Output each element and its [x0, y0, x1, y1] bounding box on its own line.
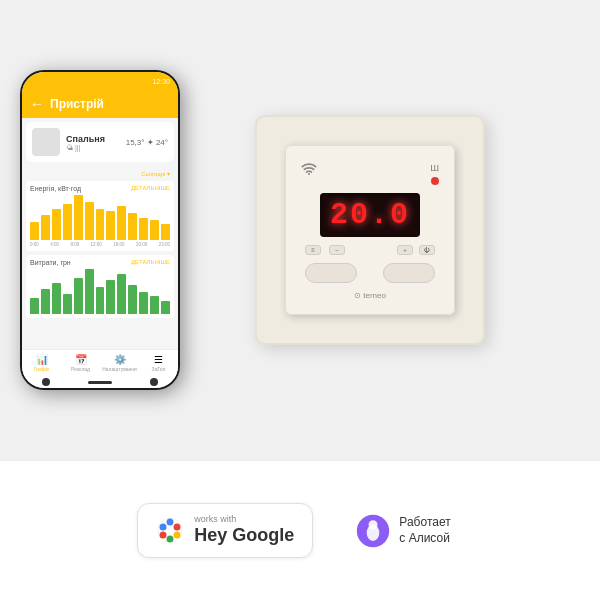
alice-badge: Работает с Алисой	[343, 505, 462, 557]
header-title: Пристрій	[50, 97, 104, 111]
bar-item	[161, 301, 170, 315]
bottom-section: works with Hey Google Работает с Алисой	[0, 460, 600, 600]
menu-button[interactable]: ≡	[305, 245, 321, 255]
display-temperature: 20.0	[330, 198, 410, 232]
bar-item	[139, 218, 148, 241]
chart-nav-icon: 📊	[36, 354, 48, 365]
x-label: 8:00	[70, 242, 79, 247]
costs-chart-title: Витрати, грн ДЕТАЛЬНІШЕ	[30, 259, 170, 266]
device-name: Спальня	[66, 134, 120, 144]
phone-status-bar: 12:30	[22, 72, 178, 90]
thermostat-brand: ⊙ terneo	[354, 291, 386, 300]
thermo-bottom	[297, 263, 443, 283]
svg-point-3	[174, 524, 181, 531]
display-screen: 20.0	[320, 193, 420, 237]
svg-point-5	[167, 536, 174, 543]
heating-icons: ш	[430, 161, 439, 185]
plus-button[interactable]: +	[397, 245, 413, 255]
bar-item	[139, 292, 148, 315]
bar-item	[85, 269, 94, 314]
bar-item	[41, 289, 50, 314]
bar-item	[63, 204, 72, 240]
x-label: 23:00	[159, 242, 170, 247]
x-label: 0:00	[30, 242, 39, 247]
nav-item-more[interactable]: ☰ ЗаГол	[139, 354, 178, 372]
x-label: 4:00	[50, 242, 59, 247]
wifi-icon	[301, 161, 317, 178]
phone-home-bar	[22, 376, 178, 388]
ctrl-group-left: ≡ −	[305, 245, 345, 255]
status-time: 12:30	[152, 78, 170, 85]
rabotaet-label: Работает	[399, 515, 450, 531]
top-section: 12:30 ← Пристрій Спальня 🌤 |||	[0, 0, 600, 460]
minus-button[interactable]: −	[329, 245, 345, 255]
thermo-btn-left[interactable]	[305, 263, 357, 283]
ctrl-group-right: + ⏻	[397, 245, 435, 255]
alice-name-label: с Алисой	[399, 531, 450, 547]
energy-bar-chart	[30, 195, 170, 240]
bar-item	[117, 206, 126, 240]
energy-detail-link[interactable]: ДЕТАЛЬНІШЕ	[131, 185, 170, 191]
nav-item-settings[interactable]: ⚙️ Налаштування	[100, 354, 139, 372]
bar-item	[128, 285, 137, 314]
bar-item	[85, 202, 94, 240]
bar-item	[74, 278, 83, 314]
thermo-controls: ≡ − + ⏻	[297, 245, 443, 255]
phone-bottom-nav: 📊 Графік 📅 Розклад ⚙️ Налаштування ☰ ЗаГ…	[22, 349, 178, 376]
phone-header: ← Пристрій	[22, 90, 178, 118]
device-status: 🌤 |||	[66, 144, 120, 151]
thermostat-device: ш 20.0 ≡ −	[285, 145, 455, 315]
home-dot-right	[150, 378, 158, 386]
nav-item-rozklad[interactable]: 📅 Розклад	[61, 354, 100, 372]
costs-bar-chart	[30, 269, 170, 314]
settings-nav-icon: ⚙️	[114, 354, 126, 365]
more-nav-icon: ☰	[154, 354, 163, 365]
nav-label-rozklad: Розклад	[71, 366, 90, 372]
thermo-btn-right[interactable]	[383, 263, 435, 283]
google-assistant-icon	[156, 516, 184, 544]
heat-symbol: ш	[430, 161, 439, 173]
nav-label-grafik: Графік	[34, 366, 49, 372]
hey-google-label: Hey Google	[194, 525, 294, 547]
thermo-top: ш	[297, 161, 443, 185]
bar-item	[106, 280, 115, 314]
back-button[interactable]: ←	[30, 96, 44, 112]
bar-item	[96, 209, 105, 241]
bar-item	[74, 195, 83, 240]
bar-item	[30, 222, 39, 240]
works-with-label: works with	[194, 514, 294, 525]
alice-text-wrap: Работает с Алисой	[399, 515, 450, 546]
bar-item	[41, 215, 50, 240]
energy-chart-title: Енергія, кВт·год ДЕТАЛЬНІШЕ	[30, 185, 170, 192]
svg-point-0	[308, 173, 310, 175]
schedule-nav-icon: 📅	[75, 354, 87, 365]
bar-item	[150, 296, 159, 314]
wall-plate: ш 20.0 ≡ −	[255, 115, 485, 345]
bar-item	[30, 298, 39, 314]
svg-point-6	[160, 532, 167, 539]
svg-point-7	[160, 524, 167, 531]
bar-item	[106, 211, 115, 240]
thermostat-wrap: ш 20.0 ≡ −	[160, 115, 580, 345]
svg-point-4	[174, 532, 181, 539]
phone-content: Спальня 🌤 ||| 15,3° ✦ 24° Сьогодні ▾ Ене…	[22, 118, 178, 349]
device-card[interactable]: Спальня 🌤 ||| 15,3° ✦ 24°	[26, 122, 174, 162]
heat-indicator	[431, 177, 439, 185]
costs-chart-section: Витрати, грн ДЕТАЛЬНІШЕ	[26, 255, 174, 318]
google-badge: works with Hey Google	[137, 503, 313, 557]
bar-item	[128, 213, 137, 240]
device-temp: 15,3° ✦ 24°	[126, 138, 168, 147]
scene: 12:30 ← Пристрій Спальня 🌤 |||	[0, 0, 600, 600]
x-label: 12:00	[91, 242, 102, 247]
energy-chart-section: Енергія, кВт·год ДЕТАЛЬНІШЕ	[26, 181, 174, 251]
nav-item-grafik[interactable]: 📊 Графік	[22, 354, 61, 372]
svg-point-2	[167, 519, 174, 526]
bar-item	[161, 224, 170, 240]
google-badge-text: works with Hey Google	[194, 514, 294, 546]
phone: 12:30 ← Пристрій Спальня 🌤 |||	[20, 70, 180, 390]
power-button[interactable]: ⏻	[419, 245, 435, 255]
svg-point-10	[369, 520, 378, 529]
costs-detail-link[interactable]: ДЕТАЛЬНІШЕ	[131, 259, 170, 265]
nav-label-more: ЗаГол	[152, 366, 166, 372]
bar-item	[63, 294, 72, 314]
